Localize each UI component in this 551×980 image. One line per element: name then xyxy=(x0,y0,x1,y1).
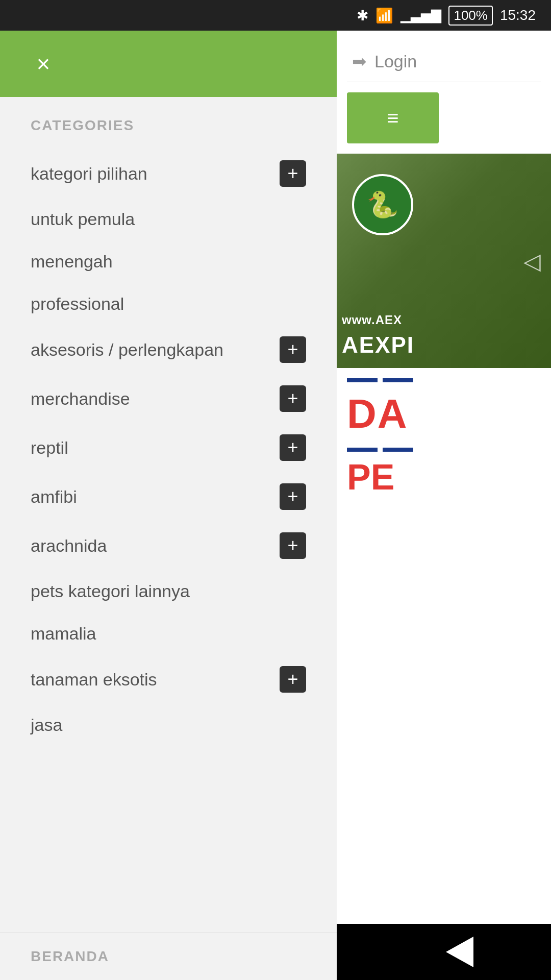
category-item-10[interactable]: mamalia xyxy=(31,612,306,655)
categories-section: CATEGORIES kategori pilihan+untuk pemula… xyxy=(0,97,337,933)
snake-icon: 🐍 xyxy=(367,190,398,219)
plus-icon-4: + xyxy=(287,340,298,359)
expand-btn-6[interactable]: + xyxy=(280,434,306,461)
bluetooth-icon: ✱ xyxy=(357,7,368,24)
close-btn-area: × xyxy=(0,31,337,97)
category-name-3: professional xyxy=(31,294,124,314)
divider-1 xyxy=(347,82,541,82)
battery-indicator: 100% xyxy=(448,6,493,26)
blue-line-3 xyxy=(347,448,378,452)
beranda-section: BERANDA xyxy=(0,933,337,980)
expand-btn-7[interactable]: + xyxy=(280,483,306,510)
sidebar-drawer: × CATEGORIES kategori pilihan+untuk pemu… xyxy=(0,31,337,980)
plus-icon-5: + xyxy=(287,389,298,408)
category-item-12[interactable]: jasa xyxy=(31,704,306,746)
plus-icon-7: + xyxy=(287,487,298,506)
blue-line-4 xyxy=(383,448,413,452)
category-item-4[interactable]: aksesoris / perlengkapan+ xyxy=(31,325,306,374)
blue-line-2 xyxy=(383,378,413,382)
category-name-4: aksesoris / perlengkapan xyxy=(31,340,223,360)
category-name-7: amfibi xyxy=(31,487,77,507)
back-icon xyxy=(446,937,473,967)
banner-image: 🐍 ◁ www.AEX AEXPI xyxy=(337,154,551,368)
clock: 15:32 xyxy=(500,7,536,23)
status-icons: ✱ 📶 ▁▃▅▇ 100% 15:32 xyxy=(357,6,536,26)
expand-btn-11[interactable]: + xyxy=(280,666,306,693)
category-name-10: mamalia xyxy=(31,624,96,644)
category-list: kategori pilihan+untuk pemulamenengahpro… xyxy=(31,149,306,746)
login-area: ➡ Login xyxy=(337,31,551,82)
line-decoration-1 xyxy=(347,378,541,382)
close-icon: × xyxy=(37,52,51,76)
category-item-7[interactable]: amfibi+ xyxy=(31,472,306,521)
category-item-5[interactable]: merchandise+ xyxy=(31,374,306,423)
category-item-9[interactable]: pets kategori lainnya xyxy=(31,570,306,612)
plus-icon-11: + xyxy=(287,670,298,689)
line-decoration-2 xyxy=(347,448,541,452)
category-name-0: kategori pilihan xyxy=(31,164,147,184)
category-item-3[interactable]: professional xyxy=(31,283,306,325)
category-item-11[interactable]: tanaman eksotis+ xyxy=(31,655,306,704)
category-item-2[interactable]: menengah xyxy=(31,240,306,283)
main-layout: × CATEGORIES kategori pilihan+untuk pemu… xyxy=(0,31,551,980)
signal-icon: ▁▃▅▇ xyxy=(400,8,441,23)
category-name-12: jasa xyxy=(31,715,62,735)
expand-btn-8[interactable]: + xyxy=(280,532,306,559)
close-button[interactable]: × xyxy=(26,46,61,82)
hamburger-icon: ≡ xyxy=(387,107,398,130)
image-brand: AEXPI xyxy=(342,332,414,358)
categories-label: CATEGORIES xyxy=(31,117,306,134)
image-back-button[interactable]: ◁ xyxy=(523,248,541,274)
category-name-9: pets kategori lainnya xyxy=(31,581,190,601)
bottom-content: DA PE xyxy=(337,368,551,980)
logo-circle: 🐍 xyxy=(352,174,413,235)
login-arrow-icon: ➡ xyxy=(352,51,366,71)
category-name-2: menengah xyxy=(31,252,113,272)
plus-icon-6: + xyxy=(287,438,298,457)
plus-icon-8: + xyxy=(287,536,298,555)
plus-icon-0: + xyxy=(287,164,298,183)
hamburger-button[interactable]: ≡ xyxy=(347,92,439,143)
category-name-8: arachnida xyxy=(31,536,107,556)
big-red-text-2: PE xyxy=(347,457,541,498)
expand-btn-5[interactable]: + xyxy=(280,385,306,412)
wifi-icon: 📶 xyxy=(375,7,393,24)
blue-line-1 xyxy=(347,378,378,382)
category-item-6[interactable]: reptil+ xyxy=(31,423,306,472)
category-name-6: reptil xyxy=(31,438,68,458)
category-item-1[interactable]: untuk pemula xyxy=(31,198,306,240)
big-red-text-1: DA xyxy=(347,390,541,437)
category-name-11: tanaman eksotis xyxy=(31,670,157,690)
status-bar: ✱ 📶 ▁▃▅▇ 100% 15:32 xyxy=(0,0,551,31)
category-name-1: untuk pemula xyxy=(31,209,135,229)
expand-btn-4[interactable]: + xyxy=(280,336,306,363)
category-item-0[interactable]: kategori pilihan+ xyxy=(31,149,306,198)
right-panel: ➡ Login ≡ 🐍 ◁ www.AEX AEXPI DA xyxy=(337,31,551,980)
nav-back-button[interactable] xyxy=(446,937,473,967)
category-name-5: merchandise xyxy=(31,389,130,409)
beranda-link[interactable]: BERANDA xyxy=(31,948,306,965)
expand-btn-0[interactable]: + xyxy=(280,160,306,187)
image-url: www.AEX xyxy=(342,313,402,327)
login-link[interactable]: Login xyxy=(374,52,417,71)
category-item-8[interactable]: arachnida+ xyxy=(31,521,306,570)
